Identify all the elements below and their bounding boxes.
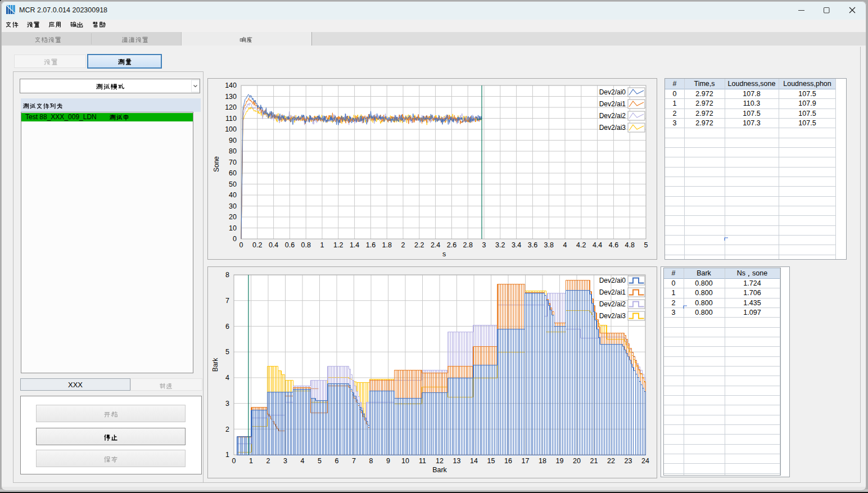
svg-text:60: 60: [229, 169, 237, 177]
svg-text:15: 15: [487, 457, 495, 465]
svg-text:Bark: Bark: [211, 358, 219, 372]
svg-text:70: 70: [229, 159, 237, 166]
svg-text:Dev2/ai3: Dev2/ai3: [599, 312, 626, 320]
svg-text:11: 11: [419, 457, 426, 465]
svg-text:5: 5: [644, 241, 648, 249]
svg-text:12: 12: [436, 457, 444, 465]
svg-text:s: s: [442, 250, 446, 258]
svg-text:4.6: 4.6: [609, 241, 618, 249]
svg-text:24: 24: [641, 457, 649, 465]
svg-text:30: 30: [229, 202, 237, 210]
svg-text:130: 130: [225, 93, 237, 101]
svg-text:80: 80: [229, 147, 237, 155]
svg-text:4: 4: [301, 457, 305, 465]
svg-text:8: 8: [369, 457, 373, 465]
svg-text:3.2: 3.2: [495, 241, 505, 249]
svg-text:4: 4: [225, 374, 229, 382]
svg-text:3: 3: [225, 400, 229, 408]
svg-text:9: 9: [386, 457, 390, 465]
svg-text:2.6: 2.6: [447, 241, 456, 249]
svg-text:2: 2: [225, 426, 229, 433]
svg-text:3: 3: [283, 457, 287, 465]
svg-text:Bark: Bark: [432, 466, 447, 474]
svg-text:140: 140: [225, 82, 237, 89]
svg-text:2: 2: [401, 241, 405, 249]
svg-text:5: 5: [318, 457, 322, 465]
svg-text:2.2: 2.2: [414, 241, 424, 249]
svg-text:2.8: 2.8: [463, 241, 473, 249]
svg-text:0.2: 0.2: [252, 241, 262, 249]
svg-text:1.2: 1.2: [333, 241, 343, 249]
svg-text:4.8: 4.8: [625, 241, 635, 249]
svg-text:Dev2/ai2: Dev2/ai2: [599, 300, 626, 308]
svg-text:3.8: 3.8: [544, 241, 554, 249]
svg-text:Dev2/ai2: Dev2/ai2: [599, 112, 626, 120]
svg-text:10: 10: [401, 457, 409, 465]
svg-text:Dev2/ai1: Dev2/ai1: [599, 100, 626, 108]
svg-text:Dev2/ai0: Dev2/ai0: [599, 88, 626, 96]
svg-text:50: 50: [229, 180, 237, 188]
svg-text:Sone: Sone: [213, 156, 220, 172]
svg-text:100: 100: [225, 125, 237, 133]
svg-text:1: 1: [320, 241, 324, 249]
svg-text:5: 5: [225, 348, 229, 356]
svg-text:13: 13: [453, 457, 461, 465]
svg-text:Dev2/ai0: Dev2/ai0: [599, 277, 626, 284]
svg-text:1.8: 1.8: [382, 241, 392, 249]
svg-text:8: 8: [225, 271, 229, 279]
svg-text:20: 20: [229, 213, 237, 221]
svg-text:16: 16: [504, 457, 512, 465]
svg-text:0: 0: [233, 235, 237, 243]
svg-text:17: 17: [522, 457, 530, 465]
svg-text:4.2: 4.2: [576, 241, 586, 249]
svg-text:4.4: 4.4: [593, 241, 602, 249]
svg-text:6: 6: [225, 323, 229, 331]
svg-text:1: 1: [249, 457, 253, 465]
svg-text:0.6: 0.6: [285, 241, 295, 249]
svg-text:3.4: 3.4: [512, 241, 521, 249]
svg-text:1.4: 1.4: [350, 241, 359, 249]
svg-text:7: 7: [225, 297, 229, 305]
svg-text:40: 40: [229, 191, 237, 199]
svg-text:7: 7: [352, 457, 356, 465]
svg-text:110: 110: [225, 115, 237, 123]
svg-text:6: 6: [335, 457, 339, 465]
svg-text:Dev2/ai3: Dev2/ai3: [599, 124, 626, 132]
svg-text:1.6: 1.6: [366, 241, 376, 249]
svg-text:2.4: 2.4: [431, 241, 440, 249]
svg-text:3: 3: [482, 241, 486, 249]
svg-text:90: 90: [229, 137, 237, 144]
svg-text:18: 18: [539, 457, 546, 465]
svg-text:4: 4: [563, 241, 567, 249]
svg-text:0: 0: [232, 457, 236, 465]
svg-text:0: 0: [239, 241, 243, 249]
svg-text:120: 120: [225, 103, 237, 111]
svg-text:0.8: 0.8: [301, 241, 311, 249]
svg-text:23: 23: [625, 457, 632, 465]
svg-text:3.6: 3.6: [528, 241, 537, 249]
svg-text:19: 19: [556, 457, 564, 465]
svg-text:0.4: 0.4: [269, 241, 278, 249]
svg-text:20: 20: [573, 457, 581, 465]
svg-text:10: 10: [229, 224, 237, 232]
svg-text:22: 22: [607, 457, 615, 465]
svg-text:1: 1: [225, 451, 229, 459]
svg-text:Dev2/ai1: Dev2/ai1: [599, 288, 626, 296]
svg-text:21: 21: [590, 457, 598, 465]
svg-text:2: 2: [266, 457, 270, 465]
svg-text:14: 14: [470, 457, 478, 465]
